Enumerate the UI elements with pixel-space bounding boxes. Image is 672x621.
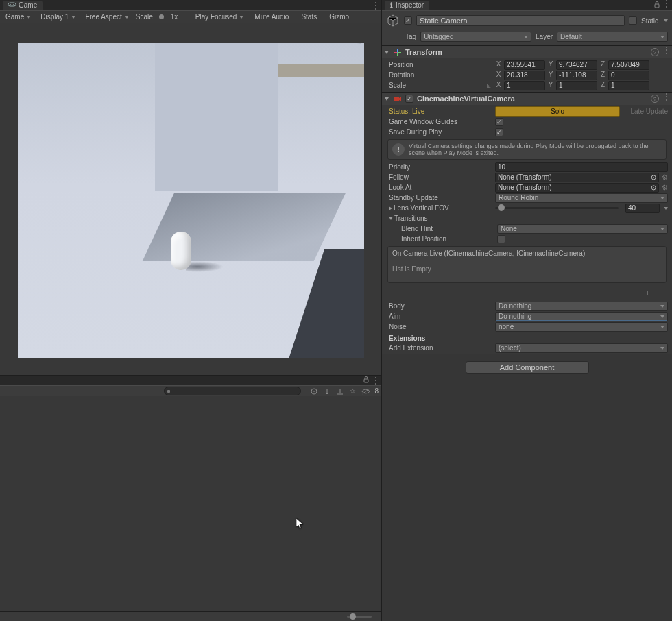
fov-slider[interactable]	[495, 207, 619, 209]
cinemachine-icon	[392, 94, 402, 103]
inspector-tab[interactable]: ℹ Inspector	[385, 1, 429, 10]
scale-y-input[interactable]	[556, 81, 597, 90]
gameobject-enabled-checkbox[interactable]	[404, 16, 412, 25]
help-icon[interactable]: ?	[651, 48, 659, 56]
static-label: Static	[641, 17, 658, 25]
fov-label[interactable]: Lens Vertical FOV	[386, 204, 492, 212]
gizmos-toggle[interactable]: Gizmo	[325, 13, 353, 21]
scale-x-input[interactable]	[504, 81, 545, 90]
scale-slider[interactable]	[157, 12, 167, 22]
aspect-dropdown[interactable]: Free Aspect	[82, 13, 131, 21]
inherit-checkbox[interactable]	[497, 235, 505, 243]
gear-icon[interactable]: ⚙	[662, 184, 668, 191]
info-icon: ℹ	[390, 1, 393, 9]
standby-dropdown[interactable]: Round Robin	[495, 193, 668, 203]
standby-label: Standby Update	[386, 194, 492, 202]
vcam-header[interactable]: CinemachineVirtualCamera ?⋮	[382, 92, 672, 105]
transform-header[interactable]: Transform ?⋮	[382, 45, 672, 58]
panel-menu-icon[interactable]: ⋮	[372, 378, 379, 382]
console-body	[0, 396, 381, 611]
status-label: Status: Live	[386, 108, 492, 115]
addext-dropdown[interactable]: (select)	[495, 343, 668, 353]
chevron-down-icon	[27, 16, 31, 19]
add-component-button[interactable]: Add Component	[466, 361, 589, 374]
rotation-y-input[interactable]	[556, 71, 597, 80]
layer-label: Layer	[536, 33, 553, 40]
visibility-icon[interactable]	[361, 387, 370, 395]
chevron-down-icon	[125, 16, 129, 19]
lock-icon[interactable]	[363, 376, 370, 385]
position-x-input[interactable]	[504, 60, 545, 70]
priority-label: Priority	[386, 163, 492, 171]
priority-input[interactable]	[495, 162, 668, 172]
addext-label: Add Extension	[386, 344, 492, 352]
gear-icon[interactable]: ⚙	[662, 173, 668, 181]
game-toolbar: Game Display 1 Free Aspect Scale 1x Play…	[0, 10, 381, 23]
svg-rect-3	[364, 379, 368, 382]
favorite-icon[interactable]: ☆	[348, 387, 357, 395]
constrain-icon[interactable]: ⦝	[487, 82, 491, 90]
tag-dropdown[interactable]: Untagged	[420, 32, 531, 42]
console-search-input[interactable]	[164, 387, 301, 395]
lookat-field[interactable]: None (Transform)⊙	[495, 183, 659, 193]
error-pause-icon[interactable]	[335, 387, 344, 395]
static-checkbox[interactable]	[629, 16, 637, 25]
component-menu-icon[interactable]: ⋮	[662, 95, 669, 103]
position-y-input[interactable]	[556, 60, 597, 70]
game-tab[interactable]: Game	[3, 1, 43, 10]
aim-label: Aim	[386, 313, 492, 320]
object-picker-icon[interactable]: ⊙	[651, 173, 656, 181]
gameobject-icon[interactable]	[386, 14, 400, 27]
component-menu-icon[interactable]: ⋮	[662, 48, 669, 56]
noise-dropdown[interactable]: none	[495, 322, 668, 332]
lock-icon[interactable]	[653, 1, 660, 10]
stats-toggle[interactable]: Stats	[297, 13, 321, 21]
scale-value: 1x	[171, 13, 189, 21]
event-remove-button[interactable]: －	[656, 287, 664, 299]
rotation-z-input[interactable]	[608, 71, 649, 80]
body-dropdown[interactable]: Do nothing	[495, 302, 668, 311]
svg-point-2	[13, 4, 14, 5]
gameobject-name-input[interactable]	[416, 15, 625, 26]
playmode-info-text: Virtual Camera settings changes made dur…	[409, 143, 662, 156]
sdp-label: Save During Play	[386, 128, 492, 136]
play-mode-dropdown[interactable]: Play Focused	[193, 13, 247, 21]
game-mode-dropdown[interactable]: Game	[3, 13, 34, 21]
scale-z-input[interactable]	[608, 81, 649, 90]
position-z-input[interactable]	[608, 60, 649, 70]
event-add-button[interactable]: ＋	[643, 287, 651, 299]
fov-preset-icon[interactable]	[664, 207, 668, 210]
help-icon[interactable]: ?	[651, 95, 659, 103]
solo-button[interactable]: Solo	[495, 106, 620, 117]
sdp-checkbox[interactable]	[495, 128, 503, 136]
gwg-checkbox[interactable]	[495, 118, 503, 126]
collapse-icon[interactable]	[322, 387, 331, 395]
layer-dropdown[interactable]: Default	[557, 32, 668, 42]
tag-layer-row: Tag Untagged Layer Default	[382, 30, 672, 45]
scale-label: Scale	[136, 13, 153, 21]
transitions-label[interactable]: Transitions	[386, 215, 492, 222]
game-tab-label: Game	[19, 1, 37, 9]
player-capsule	[171, 232, 191, 270]
static-dropdown-icon[interactable]	[664, 19, 668, 22]
clear-on-play-icon[interactable]	[309, 387, 318, 395]
console-zoom-slider[interactable]	[0, 611, 381, 621]
panel-menu-icon[interactable]: ⋮	[662, 1, 669, 10]
tag-label: Tag	[405, 33, 416, 40]
svg-rect-6	[655, 4, 659, 8]
follow-field[interactable]: None (Transform)⊙	[495, 173, 659, 182]
mute-audio-toggle[interactable]: Mute Audio	[250, 13, 293, 21]
chevron-down-icon	[71, 16, 75, 19]
rotation-x-input[interactable]	[504, 71, 545, 80]
aim-dropdown[interactable]: Do nothing	[495, 312, 668, 321]
panel-menu-icon[interactable]: ⋮	[372, 3, 379, 8]
object-picker-icon[interactable]: ⊙	[651, 184, 656, 191]
fov-input[interactable]	[625, 204, 660, 213]
blend-dropdown[interactable]: None	[497, 224, 668, 234]
display-dropdown[interactable]: Display 1	[38, 13, 78, 21]
vcam-enabled-checkbox[interactable]	[405, 95, 413, 103]
playmode-info: ! Virtual Camera settings changes made d…	[387, 139, 667, 160]
camera-live-event: On Camera Live (ICinemachineCamera, ICin…	[387, 246, 667, 283]
game-view[interactable]	[18, 43, 364, 358]
chevron-down-icon	[239, 16, 243, 19]
